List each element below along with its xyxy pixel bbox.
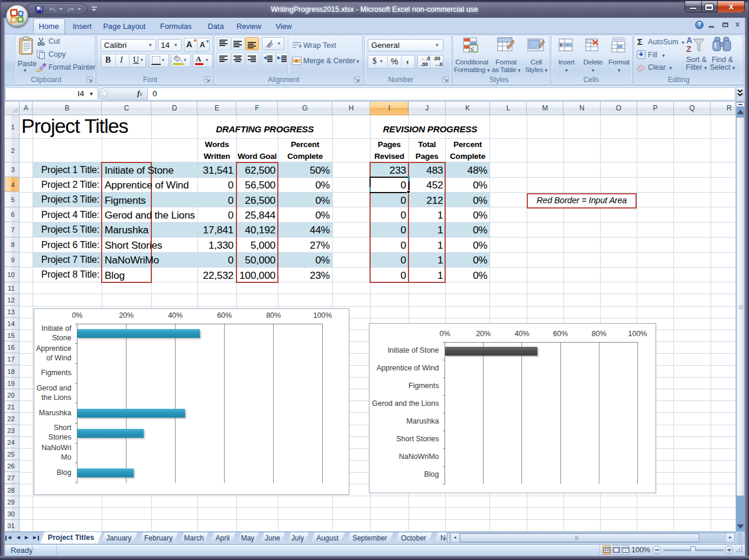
svg-text:ab: ab [265,41,274,48]
svg-text:Z: Z [686,44,692,54]
svg-text:A: A [686,35,692,45]
svg-text:≤: ≤ [471,45,474,52]
svg-text:a: a [295,58,297,63]
